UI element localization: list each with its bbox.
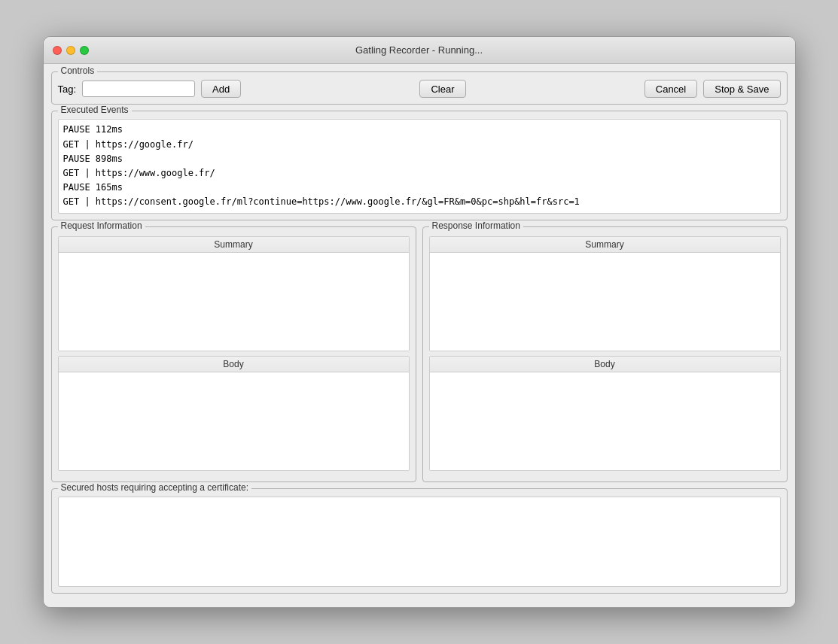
add-button[interactable]: Add: [201, 80, 241, 98]
clear-button[interactable]: Clear: [419, 80, 465, 98]
response-body-section: Body: [429, 356, 781, 471]
cancel-button[interactable]: Cancel: [644, 80, 697, 98]
request-information-group: Request Information Summary Body: [51, 226, 416, 482]
request-summary-body[interactable]: [59, 253, 409, 351]
close-button[interactable]: [53, 46, 62, 55]
executed-events-title: Executed Events: [58, 105, 132, 115]
event-line-5: PAUSE 165ms: [63, 181, 776, 195]
request-information-title: Request Information: [58, 220, 145, 231]
tag-input[interactable]: [82, 80, 195, 97]
request-summary-section: Summary: [58, 236, 410, 351]
secured-hosts-group: Secured hosts requiring accepting a cert…: [51, 488, 788, 594]
events-area[interactable]: PAUSE 112ms GET | https://google.fr/ PAU…: [58, 119, 781, 213]
controls-row: Tag: Add Clear Cancel Stop & Save: [58, 77, 781, 98]
main-window: Gatling Recorder - Running... Controls T…: [43, 36, 796, 607]
event-line-3: PAUSE 898ms: [63, 152, 776, 166]
event-line-1: PAUSE 112ms: [63, 123, 776, 137]
request-body-body[interactable]: [59, 372, 409, 470]
event-line-6: GET | https://consent.google.fr/ml?conti…: [63, 195, 776, 209]
response-body-label: Body: [430, 357, 780, 372]
title-bar: Gatling Recorder - Running...: [44, 37, 795, 64]
response-summary-label: Summary: [430, 237, 780, 253]
event-line-4: GET | https://www.google.fr/: [63, 166, 776, 181]
secured-hosts-title: Secured hosts requiring accepting a cert…: [58, 482, 251, 493]
executed-events-group: Executed Events PAUSE 112ms GET | https:…: [51, 111, 788, 220]
window-content: Controls Tag: Add Clear Cancel Stop & Sa…: [44, 64, 795, 606]
request-response-row: Request Information Summary Body Respons…: [51, 226, 788, 482]
traffic-lights: [53, 46, 89, 55]
response-information-group: Response Information Summary Body: [422, 226, 788, 482]
event-line-2: GET | https://google.fr/: [63, 138, 776, 152]
response-summary-body[interactable]: [430, 253, 780, 351]
response-summary-section: Summary: [429, 236, 781, 351]
minimize-button[interactable]: [66, 46, 75, 55]
request-summary-label: Summary: [59, 237, 409, 253]
response-information-title: Response Information: [429, 220, 523, 231]
secured-hosts-area[interactable]: [58, 497, 781, 587]
controls-group: Controls Tag: Add Clear Cancel Stop & Sa…: [51, 71, 788, 105]
tag-label: Tag:: [58, 84, 77, 95]
stop-save-button[interactable]: Stop & Save: [703, 80, 780, 98]
request-body-section: Body: [58, 356, 410, 471]
request-body-label: Body: [59, 357, 409, 372]
window-title: Gatling Recorder - Running...: [355, 44, 483, 56]
controls-title: Controls: [58, 65, 98, 76]
maximize-button[interactable]: [80, 46, 89, 55]
response-body-body[interactable]: [430, 372, 780, 470]
